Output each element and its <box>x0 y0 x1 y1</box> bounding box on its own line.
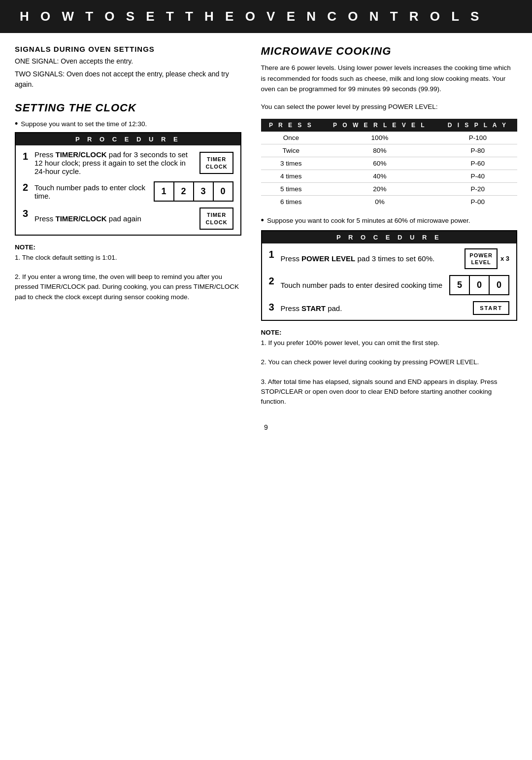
step-1-inner: Press TIMER/CLOCK pad for 3 seconds to s… <box>34 150 233 175</box>
timer-clock-button-3: TIMER CLOCK <box>200 207 233 230</box>
mw-step-1-inner: Press POWER LEVEL pad 3 times to set 60%… <box>281 248 509 270</box>
display-p00: P-00 <box>438 196 517 208</box>
press-twice: Twice <box>261 144 321 157</box>
press-6times: 6 times <box>261 196 321 208</box>
step-3-desc: Press TIMER/CLOCK pad again <box>34 214 195 223</box>
level-80: 80% <box>321 144 438 157</box>
setting-clock-title: Setting the Clock <box>15 102 241 114</box>
mw-step-1-desc: Press POWER LEVEL pad 3 times to set 60%… <box>281 254 460 263</box>
step-number-2: 2 <box>23 181 31 193</box>
mw-step-3-desc: Press START pad. <box>281 304 468 312</box>
step-3-text-before: Press <box>34 214 56 223</box>
clock-bullet: • Suppose you want to set the time of 12… <box>15 119 241 129</box>
level-40: 40% <box>321 170 438 183</box>
table-row: 6 times 0% P-00 <box>261 196 517 208</box>
level-60: 60% <box>321 157 438 170</box>
microwave-procedure-header: P R O C E D U R E <box>262 231 516 243</box>
mw-number-pads: 5 0 0 <box>449 275 509 295</box>
press-once: Once <box>261 132 321 144</box>
step-number-3: 3 <box>23 207 31 219</box>
clock-bullet-text: Suppose you want to set the time of 12:3… <box>21 119 147 129</box>
table-row: 5 times 20% P-20 <box>261 183 517 196</box>
col-display: D I S P L A Y <box>438 119 517 132</box>
step-2-text: Touch number pads to enter clock time. <box>34 183 145 200</box>
mw-step-2-text: Touch number pads to enter desired cooki… <box>281 281 443 289</box>
microwave-example-bullet: • Suppose you want to cook for 5 minutes… <box>261 216 517 226</box>
clock-number-pads: 1 2 3 0 <box>154 181 233 202</box>
signal-line-1: ONE SIGNAL: Oven accepts the entry. <box>15 56 241 67</box>
bullet-dot: • <box>15 119 18 129</box>
display-p40: P-40 <box>438 170 517 183</box>
right-column: Microwave Cooking There are 6 power leve… <box>256 45 517 409</box>
mw-step-2-desc: Touch number pads to enter desired cooki… <box>281 281 444 289</box>
power-line2: LEVEL <box>469 259 493 266</box>
microwave-procedure-box: P R O C E D U R E 1 Press POWER LEVEL pa… <box>261 230 517 321</box>
mw-step-1-after: pad 3 times to set 60%. <box>355 254 434 263</box>
clock-procedure-box: P R O C E D U R E 1 Press TIMER/CLOCK pa… <box>15 132 241 236</box>
left-column: Signals During Oven Settings ONE SIGNAL:… <box>15 45 256 409</box>
x3-label: x 3 <box>500 255 509 262</box>
mw-step-2: 2 Touch number pads to enter desired coo… <box>269 275 509 295</box>
signals-section: Signals During Oven Settings ONE SIGNAL:… <box>15 45 241 90</box>
microwave-title: Microwave Cooking <box>261 45 517 58</box>
microwave-note-title: NOTE: <box>261 329 517 336</box>
page-header: H O W T O S E T T H E O V E N C O N T R … <box>0 0 532 33</box>
note-item-1: 1. The clock default setting is 1:01. <box>15 253 241 263</box>
start-button: START <box>473 301 509 315</box>
col-power-level: P O W E R L E V E L <box>321 119 438 132</box>
mw-step-number-1: 1 <box>269 248 277 260</box>
step-3-text-after: pad again <box>107 214 141 223</box>
microwave-desc: There are 6 power levels. Using lower po… <box>261 63 517 95</box>
step-1-desc: Press TIMER/CLOCK pad for 3 seconds to s… <box>34 150 195 175</box>
signal-line-2: TWO SIGNALS: Oven does not accept the en… <box>15 69 241 90</box>
step-3-inner: Press TIMER/CLOCK pad again TIMER CLOCK <box>34 207 233 230</box>
level-100: 100% <box>321 132 438 144</box>
table-row: 3 times 60% P-60 <box>261 157 517 170</box>
mw-note-3: 3. After total time has elapsed, signals… <box>261 377 517 407</box>
clock-step-3: 3 Press TIMER/CLOCK pad again TIMER CLOC… <box>23 207 233 230</box>
timer-clock-3-line2: CLOCK <box>205 219 227 226</box>
clock-note-title: NOTE: <box>15 243 241 251</box>
step-1-text-before: Press <box>34 150 56 159</box>
timer-clock-line2: CLOCK <box>205 163 227 170</box>
mw-step-3-before: Press <box>281 304 302 312</box>
display-p60: P-60 <box>438 157 517 170</box>
col-press: P R E S S <box>261 119 321 132</box>
pad-1: 1 <box>155 182 174 201</box>
display-p100: P-100 <box>438 132 517 144</box>
mw-step-3-after: pad. <box>326 304 342 312</box>
mw-step-2-inner: Touch number pads to enter desired cooki… <box>281 275 509 295</box>
clock-note: NOTE: 1. The clock default setting is 1:… <box>15 243 241 302</box>
timer-clock-button-1: TIMER CLOCK <box>200 152 233 174</box>
mw-step-3-bold: START <box>301 304 326 312</box>
mw-step-1-bold: POWER LEVEL <box>301 254 355 263</box>
step-2-inner: Touch number pads to enter clock time. 1… <box>34 181 233 202</box>
timer-clock-line1: TIMER <box>205 156 227 163</box>
step-2-desc: Touch number pads to enter clock time. <box>34 183 149 200</box>
signals-title: Signals During Oven Settings <box>15 45 241 53</box>
step-1-bold: TIMER/CLOCK <box>56 150 107 159</box>
mw-step-3-inner: Press START pad. START <box>281 301 509 315</box>
display-p20: P-20 <box>438 183 517 196</box>
clock-procedure-header: P R O C E D U R E <box>16 133 240 145</box>
mw-step-3: 3 Press START pad. START <box>269 301 509 315</box>
display-p80: P-80 <box>438 144 517 157</box>
step-number-1: 1 <box>23 150 31 162</box>
power-line1: POWER <box>469 252 493 259</box>
power-select-intro: You can select the power level by pressi… <box>261 102 517 112</box>
table-row: Twice 80% P-80 <box>261 144 517 157</box>
mw-pad-0b: 0 <box>490 276 508 294</box>
mw-pad-5: 5 <box>450 276 470 294</box>
mw-step-1: 1 Press POWER LEVEL pad 3 times to set 6… <box>269 248 509 270</box>
mw-step-number-3: 3 <box>269 301 277 313</box>
microwave-procedure-content: 1 Press POWER LEVEL pad 3 times to set 6… <box>262 243 516 320</box>
table-body: Once 100% P-100 Twice 80% P-80 3 times 6… <box>261 132 517 208</box>
mw-step-1-before: Press <box>281 254 302 263</box>
mw-note-2: 2. You can check power level during cook… <box>261 357 517 367</box>
page-number: 9 <box>0 423 532 441</box>
clock-procedure-content: 1 Press TIMER/CLOCK pad for 3 seconds to… <box>16 145 240 235</box>
bullet-dot-2: • <box>261 216 264 226</box>
press-3times: 3 times <box>261 157 321 170</box>
clock-step-2: 2 Touch number pads to enter clock time.… <box>23 181 233 202</box>
setting-clock-section: Setting the Clock • Suppose you want to … <box>15 102 241 302</box>
